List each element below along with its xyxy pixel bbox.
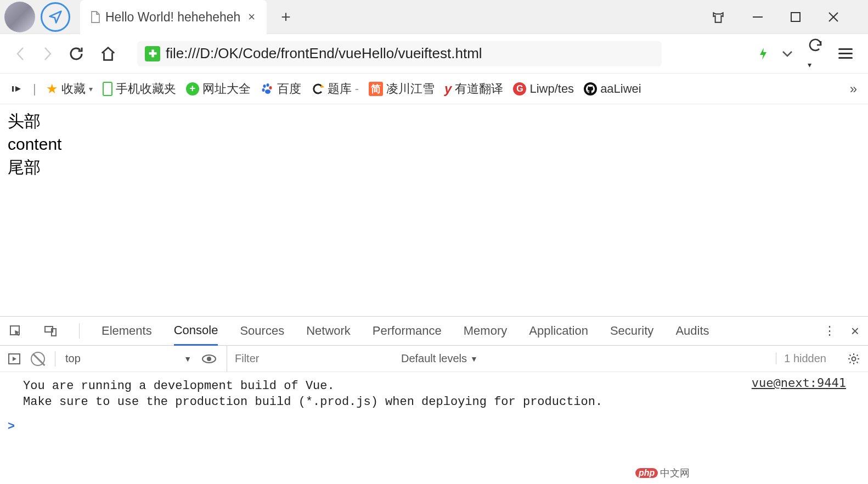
bookmark-item-phone[interactable]: 手机收藏夹 (103, 81, 176, 97)
profile-avatar[interactable] (4, 2, 35, 32)
devtools-right-controls: ⋮ × (824, 323, 859, 340)
execute-icon[interactable] (8, 353, 21, 365)
bookmark-label: 网址大全 (202, 81, 251, 97)
window-controls (711, 0, 868, 33)
live-expression-icon[interactable] (201, 354, 217, 364)
log-levels-selector[interactable]: Default levels ▼ (401, 352, 478, 365)
reload-button[interactable] (68, 46, 84, 62)
chevron-down-icon[interactable] (781, 50, 793, 58)
bookmark-item-github[interactable]: aaLiwei (584, 82, 641, 96)
svg-marker-5 (15, 86, 21, 92)
bookmarks-bar: | ★ 收藏 ▾ 手机收藏夹 + 网址大全 百度 题库 - 简 凌川江雪 y 有… (0, 74, 868, 104)
jian-icon: 简 (369, 82, 383, 96)
bookmark-label: 手机收藏夹 (116, 81, 176, 97)
forward-button[interactable] (42, 46, 53, 62)
device-toggle-icon[interactable] (44, 324, 57, 337)
file-icon (90, 10, 101, 24)
svg-rect-4 (12, 86, 14, 92)
star-icon: ★ (46, 81, 58, 97)
context-selector[interactable]: top ▼ (65, 352, 191, 365)
context-label: top (65, 352, 81, 365)
devtools-panel: Elements Console Sources Network Perform… (0, 316, 868, 438)
console-message: You are running a development build of V… (23, 379, 845, 410)
bolt-icon[interactable] (758, 47, 768, 61)
bookmark-label: 百度 (277, 81, 301, 97)
gear-icon[interactable] (847, 352, 860, 365)
tab-sources[interactable]: Sources (240, 317, 284, 345)
tab-console[interactable]: Console (174, 317, 218, 346)
hamburger-menu-icon[interactable] (838, 48, 853, 59)
bookmark-item-gitee[interactable]: G Liwp/tes (513, 82, 574, 96)
svg-point-9 (262, 88, 264, 92)
svg-point-7 (266, 83, 269, 87)
bookmark-item-360[interactable]: + 网址大全 (186, 81, 251, 97)
bookmark-label: Liwp/tes (529, 82, 574, 96)
tab-performance[interactable]: Performance (373, 317, 442, 345)
console-toolbar: top ▼ Default levels ▼ 1 hidden (0, 346, 868, 372)
inspect-icon[interactable] (9, 324, 22, 337)
separator (55, 351, 55, 367)
console-prompt[interactable]: > (0, 417, 868, 435)
spacer (305, 0, 711, 33)
svg-rect-1 (791, 13, 800, 21)
watermark-text: 中文网 (660, 466, 690, 480)
bookmark-item-baidu[interactable]: 百度 (261, 81, 301, 97)
devtools-close-icon[interactable]: × (851, 323, 859, 340)
url-box[interactable]: ✚ file:///D:/OK/Code/frontEnd/vueHello/v… (137, 41, 662, 66)
g-icon: G (513, 82, 526, 95)
bookmark-label: aaLiwei (600, 82, 641, 96)
tab-security[interactable]: Security (610, 317, 653, 345)
tab-memory[interactable]: Memory (464, 317, 507, 345)
new-tab-button[interactable]: + (267, 0, 305, 33)
hidden-count[interactable]: 1 hidden (776, 352, 826, 365)
skin-icon[interactable] (711, 10, 725, 24)
bookmark-item-youdao[interactable]: y 有道翻译 (444, 81, 503, 97)
favorites-button[interactable]: ★ 收藏 ▾ (46, 81, 93, 97)
minimize-button[interactable] (752, 11, 764, 23)
prompt-caret-icon: > (8, 419, 15, 432)
bookmark-label: 有道翻译 (455, 81, 503, 97)
github-icon (584, 82, 597, 95)
paw-icon (261, 82, 274, 95)
address-bar: ✚ file:///D:/OK/Code/frontEnd/vueHello/v… (0, 34, 868, 74)
tab-audits[interactable]: Audits (675, 317, 709, 345)
bookmark-item-tiku[interactable]: 题库 - (311, 81, 359, 97)
tab-elements[interactable]: Elements (102, 317, 152, 345)
filter-input[interactable] (227, 346, 391, 372)
caret-down-icon: ▼ (470, 354, 478, 363)
watermark: php 中文网 (635, 466, 690, 480)
svg-marker-16 (13, 357, 16, 361)
page-line-3: 尾部 (8, 156, 860, 179)
titlebar: Hello World! heheheheh × + (0, 0, 868, 34)
clear-console-icon[interactable] (31, 352, 45, 366)
devtools-tabs: Elements Console Sources Network Perform… (0, 317, 868, 346)
svg-point-10 (265, 89, 270, 94)
plus-circle-icon: + (186, 82, 199, 95)
caret-down-icon: ▼ (184, 354, 191, 363)
undo-icon[interactable]: ▾ (807, 36, 825, 71)
close-window-button[interactable] (827, 11, 839, 23)
bookmarks-overflow-icon[interactable]: » (850, 81, 857, 97)
bookmark-label: 凌川江雪 (386, 81, 435, 97)
console-source-link[interactable]: vue@next:9441 (752, 376, 846, 390)
bookmark-label: 题库 (328, 81, 352, 97)
separator: | (33, 82, 36, 96)
svg-point-18 (207, 357, 211, 361)
browser-logo-icon[interactable] (41, 2, 70, 32)
tab-application[interactable]: Application (529, 317, 588, 345)
phone-icon (103, 82, 112, 96)
addressbar-right-icons: ▾ (758, 36, 853, 71)
more-icon[interactable]: ⋮ (824, 324, 836, 338)
bookmark-suffix: - (355, 82, 359, 96)
c-icon (311, 82, 324, 95)
tab-network[interactable]: Network (306, 317, 351, 345)
tab-close-icon[interactable]: × (248, 10, 255, 24)
browser-tab[interactable]: Hello World! heheheheh × (80, 0, 267, 34)
watermark-pill: php (635, 468, 658, 478)
sidebar-toggle-icon[interactable] (11, 83, 23, 95)
levels-label: Default levels (401, 352, 467, 365)
home-button[interactable] (100, 46, 116, 62)
back-button[interactable] (15, 46, 26, 62)
bookmark-item-jianshu[interactable]: 简 凌川江雪 (369, 81, 435, 97)
maximize-button[interactable] (790, 12, 801, 22)
